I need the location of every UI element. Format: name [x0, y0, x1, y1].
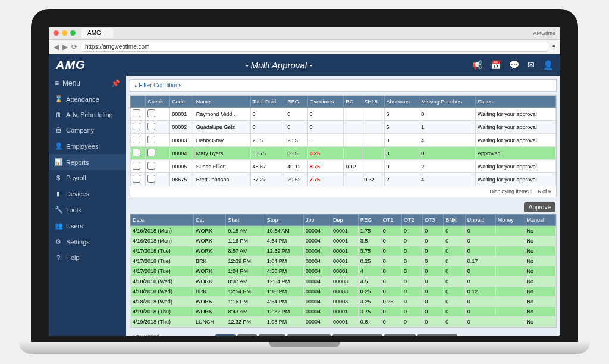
table-row[interactable]: 4/16/2018 (Mon)WORK9:18 AM10:54 AM000040… [131, 226, 556, 236]
sidebar-icon: 🗓 [55, 111, 62, 118]
pin-icon[interactable]: 📌 [111, 79, 120, 87]
table-row[interactable]: 4/19/2018 (Thu)WORK8:43 AM12:32 PM000040… [131, 307, 556, 317]
hamburger-icon: ≡ [55, 79, 59, 87]
table-row[interactable]: 00004Mary Byers36.7536.50.2500Approved [131, 147, 556, 160]
table-row[interactable]: 00003Henry Gray23.523.5004Waiting for yo… [131, 134, 556, 147]
column-header[interactable]: Stop [265, 215, 303, 226]
sidebar-item-adv-scheduling[interactable]: 🗓Adv. Scheduling [49, 107, 126, 123]
table-row[interactable]: 4/17/2018 (Tue)WORK8:57 AM12:39 PM000040… [131, 246, 556, 256]
edit-button[interactable]: Edit [237, 334, 257, 337]
sidebar-item-label: Users [66, 222, 83, 230]
from-schedule-button[interactable]: From Schedule [332, 334, 382, 337]
minimize-window-icon[interactable] [62, 30, 67, 36]
column-header[interactable]: Absences [384, 96, 419, 108]
sidebar-icon: 📊 [55, 158, 62, 166]
table-row[interactable]: 4/19/2018 (Thu)LUNCH12:32 PM1:08 PM00004… [131, 317, 556, 327]
back-icon[interactable]: ◀ [54, 43, 59, 51]
approve-button[interactable]: Approve [384, 334, 416, 337]
close-window-icon[interactable] [54, 30, 59, 36]
column-header[interactable]: SHL8 [362, 96, 384, 108]
reload-icon[interactable]: ⟳ [71, 43, 77, 51]
table-row[interactable]: 4/18/2018 (Wed)WORK1:16 PM4:54 PM0000400… [131, 297, 556, 307]
announce-icon[interactable]: 📢 [472, 60, 482, 70]
row-checkbox[interactable] [147, 136, 155, 143]
column-header[interactable]: REG [285, 96, 307, 108]
disapprove-button[interactable]: Disapprove [417, 334, 457, 337]
sidebar-icon: ? [55, 254, 62, 261]
column-header[interactable]: Job [303, 215, 331, 226]
sidebar-item-help[interactable]: ?Help [49, 250, 126, 265]
column-header[interactable]: Name [194, 96, 250, 108]
menu-icon[interactable]: ≡ [552, 43, 555, 50]
table-row[interactable]: 00001Raymond Midd...00060Waiting for you… [131, 108, 556, 121]
column-header[interactable]: Unpaid [465, 215, 495, 226]
column-header[interactable] [131, 96, 146, 108]
row-checkbox[interactable] [147, 175, 155, 183]
sidebar-item-attendance[interactable]: ⌛Attendance [49, 91, 126, 107]
column-header[interactable]: Overtimes [307, 96, 344, 108]
sidebar-item-settings[interactable]: ⚙Settings [49, 234, 126, 250]
table-row[interactable]: 4/18/2018 (Wed)BRK12:54 PM1:16 PM0000400… [131, 287, 556, 297]
sidebar-icon: 👥 [55, 222, 62, 230]
row-checkbox[interactable] [147, 149, 155, 156]
sidebar-item-payroll[interactable]: $Payroll [49, 170, 126, 186]
column-header[interactable]: Money [495, 215, 525, 226]
row-checkbox[interactable] [133, 162, 140, 170]
maximize-window-icon[interactable] [70, 30, 76, 36]
column-header[interactable]: Cat [193, 215, 226, 226]
user-icon[interactable]: 👤 [543, 60, 553, 70]
table-row[interactable]: 00005Susan Elliott48.8740.128.750.1202Wa… [131, 160, 556, 173]
filter-conditions-toggle[interactable]: Filter Conditions [130, 80, 556, 91]
column-header[interactable]: OT1 [381, 215, 401, 226]
main-content: Filter Conditions CheckCodeNameTotal Pai… [126, 76, 560, 336]
column-header[interactable]: Check [146, 96, 170, 108]
column-header[interactable]: Status [476, 96, 556, 108]
column-header[interactable]: Missing Punches [419, 96, 476, 108]
column-header[interactable]: Start [226, 215, 265, 226]
row-checkbox[interactable] [147, 109, 155, 117]
sidebar-item-employees[interactable]: 👤Employees [49, 138, 126, 154]
column-header[interactable]: RC [344, 96, 362, 108]
table-row[interactable]: 08675Brett Johnson37.2729.527.750.3224Wa… [131, 173, 556, 186]
column-header[interactable]: OT2 [401, 215, 422, 226]
row-checkbox[interactable] [147, 162, 155, 170]
column-header[interactable]: Manual [525, 215, 555, 226]
address-bar[interactable]: https://amgwebtime.com [81, 42, 548, 52]
pay-period-label: Pay Period [133, 334, 211, 336]
misc-entries-button[interactable]: Misc. Entries [287, 334, 331, 337]
column-header[interactable]: Total Paid [250, 96, 285, 108]
sidebar-item-devices[interactable]: ▮Devices [49, 186, 126, 202]
row-checkbox[interactable] [133, 175, 140, 183]
row-checkbox[interactable] [133, 109, 140, 117]
table-row[interactable]: 4/17/2018 (Tue)WORK1:04 PM4:56 PM0000400… [131, 266, 556, 277]
menu-toggle[interactable]: ≡ Menu 📌 [49, 76, 126, 91]
chat-icon[interactable]: 💬 [509, 60, 519, 70]
table-row[interactable]: 4/16/2018 (Mon)WORK1:16 PM4:54 PM0000400… [131, 236, 556, 246]
approve-button[interactable]: Approve [524, 202, 555, 212]
sidebar-item-label: Adv. Scheduling [66, 111, 113, 118]
sidebar-item-tools[interactable]: 🔧Tools [49, 202, 126, 218]
browser-tab[interactable]: AMG [81, 28, 113, 38]
row-checkbox[interactable] [133, 123, 140, 130]
column-header[interactable]: Dep [331, 215, 358, 226]
sidebar-item-company[interactable]: 🏛Company [49, 123, 126, 138]
delete-button[interactable]: Delete [259, 334, 285, 337]
column-header[interactable]: OT3 [423, 215, 444, 226]
table-row[interactable]: 4/18/2018 (Wed)WORK8:37 AM12:54 PM000040… [131, 277, 556, 287]
sidebar-item-users[interactable]: 👥Users [49, 218, 126, 234]
add-button[interactable]: Add [215, 334, 236, 337]
mail-icon[interactable]: ✉ [528, 60, 535, 70]
table-row[interactable]: 00002Guadalupe Getz00051Waiting for your… [131, 121, 556, 134]
row-checkbox[interactable] [133, 136, 140, 143]
column-header[interactable]: Date [131, 215, 194, 226]
row-checkbox[interactable] [147, 123, 155, 130]
calendar-icon[interactable]: 📅 [491, 60, 501, 70]
column-header[interactable]: Code [170, 96, 194, 108]
table-row[interactable]: 4/17/2018 (Tue)BRK12:39 PM1:04 PM0000400… [131, 256, 556, 266]
forward-icon[interactable]: ▶ [62, 43, 68, 51]
row-checkbox[interactable] [133, 149, 140, 156]
column-header[interactable]: BNK [444, 215, 466, 226]
column-header[interactable]: REG [358, 215, 381, 226]
sidebar-item-label: Payroll [66, 174, 86, 181]
sidebar-item-reports[interactable]: 📊Reports [49, 154, 126, 170]
